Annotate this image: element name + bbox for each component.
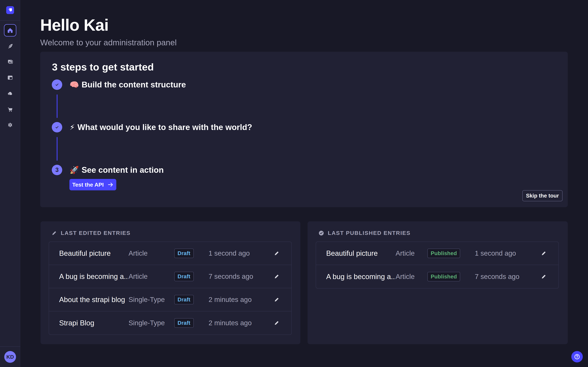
status-badge: Draft	[174, 272, 194, 281]
entry-type: Single-Type	[129, 296, 174, 304]
guided-tour-title: 3 steps to get started	[52, 61, 154, 73]
entry-title: Beautiful picture	[326, 249, 396, 257]
main-content: Hello Kai Welcome to your administration…	[20, 0, 588, 367]
entry-title: A bug is becoming a...	[59, 272, 129, 281]
step-2-label[interactable]: ⚡ What would you like to share with the …	[69, 122, 252, 133]
entry-time: 2 minutes ago	[208, 296, 272, 304]
entry-title: Strapi Blog	[59, 319, 129, 327]
step-connector	[57, 94, 58, 118]
entry-type: Article	[129, 273, 174, 280]
entry-type: Single-Type	[129, 319, 174, 327]
pencil-icon	[274, 250, 280, 256]
edit-entry-button[interactable]	[539, 272, 548, 281]
last-published-entries-widget: LAST PUBLISHED ENTRIES Beautiful picture…	[308, 221, 568, 344]
entry-type: Article	[396, 249, 427, 257]
entry-time: 7 seconds ago	[475, 273, 539, 281]
status-badge: Published	[427, 272, 460, 281]
widget-header: LAST PUBLISHED ENTRIES	[318, 230, 410, 236]
check-circle-icon	[318, 230, 324, 236]
home-icon	[7, 27, 13, 33]
pencil-icon	[274, 297, 280, 303]
widget-title: LAST PUBLISHED ENTRIES	[328, 230, 410, 236]
rocket-emoji: 🚀	[69, 166, 79, 174]
table-row: Beautiful picture Article Draft 1 second…	[49, 242, 291, 265]
pencil-icon	[541, 274, 547, 280]
shopping-cart-icon	[7, 107, 13, 112]
sidebar: KD	[0, 0, 20, 367]
entry-type: Article	[129, 249, 174, 257]
entry-title: A bug is becoming a...	[326, 273, 396, 281]
pencil-icon	[51, 230, 57, 236]
pencil-icon	[274, 320, 280, 326]
entry-time: 7 seconds ago	[208, 273, 272, 280]
lightning-emoji: ⚡	[69, 123, 75, 132]
entry-time: 1 second ago	[475, 249, 539, 257]
layout-icon	[7, 75, 13, 81]
last-edited-table: Beautiful picture Article Draft 1 second…	[49, 242, 292, 335]
step-1-check-circle	[52, 79, 62, 90]
edit-entry-button[interactable]	[272, 295, 281, 304]
step-3-number-circle: 3	[52, 165, 62, 175]
sidebar-item-settings[interactable]	[7, 122, 13, 128]
table-row: Beautiful picture Article Published 1 se…	[316, 242, 558, 265]
help-button[interactable]	[571, 351, 583, 362]
sidebar-divider	[0, 20, 20, 21]
question-mark-icon	[574, 353, 580, 360]
avatar[interactable]: KD	[4, 351, 16, 363]
step-number: 3	[55, 167, 59, 173]
last-edited-entries-widget: LAST EDITED ENTRIES Beautiful picture Ar…	[41, 221, 300, 344]
sidebar-item-media-library[interactable]	[7, 59, 13, 65]
sidebar-divider	[0, 346, 20, 347]
edit-entry-button[interactable]	[272, 272, 281, 281]
entry-time: 2 minutes ago	[208, 319, 272, 327]
feather-icon	[7, 43, 13, 49]
status-badge: Published	[427, 249, 460, 258]
sidebar-item-home[interactable]	[4, 24, 16, 37]
edit-entry-button[interactable]	[272, 249, 281, 258]
status-badge: Draft	[174, 318, 194, 328]
entry-time: 1 second ago	[208, 249, 272, 257]
gear-icon	[7, 122, 13, 128]
table-row: About the strapi blog Single-Type Draft …	[49, 288, 291, 311]
strapi-logo[interactable]	[6, 6, 14, 14]
step-1-label[interactable]: 🧠 Build the content structure	[69, 79, 186, 90]
skip-the-tour-button[interactable]: Skip the tour	[522, 190, 562, 201]
strapi-logo-icon	[6, 6, 14, 14]
sidebar-item-layouts[interactable]	[7, 75, 13, 81]
check-icon	[54, 125, 60, 130]
page-subtitle: Welcome to your administration panel	[40, 38, 177, 47]
pencil-icon	[541, 250, 547, 256]
status-badge: Draft	[174, 295, 194, 304]
widget-header: LAST EDITED ENTRIES	[51, 230, 130, 236]
images-icon	[7, 59, 13, 65]
test-the-api-button[interactable]: Test the API	[69, 179, 116, 190]
edit-entry-button[interactable]	[272, 318, 281, 327]
pencil-icon	[274, 274, 280, 279]
entry-type: Article	[396, 273, 427, 281]
widget-title: LAST EDITED ENTRIES	[61, 230, 130, 236]
arrow-right-icon	[107, 182, 113, 188]
guided-tour-card: 3 steps to get started 🧠 Build the conte…	[40, 52, 568, 207]
sidebar-item-content-type-builder[interactable]	[7, 43, 13, 49]
sidebar-item-cloud[interactable]	[7, 90, 13, 96]
status-badge: Draft	[174, 249, 194, 258]
brain-emoji: 🧠	[69, 80, 79, 89]
sidebar-item-marketplace[interactable]	[7, 107, 13, 112]
cloud-icon	[7, 90, 13, 96]
last-published-table: Beautiful picture Article Published 1 se…	[316, 242, 559, 289]
step-3-label[interactable]: 🚀 See content in action	[69, 165, 164, 175]
step-connector	[57, 137, 58, 161]
step-2-check-circle	[52, 122, 62, 133]
table-row: A bug is becoming a... Article Draft 7 s…	[49, 265, 291, 288]
avatar-initials: KD	[6, 354, 14, 360]
entry-title: Beautiful picture	[59, 249, 129, 257]
entry-title: About the strapi blog	[59, 296, 129, 304]
edit-entry-button[interactable]	[539, 249, 548, 258]
table-row: A bug is becoming a... Article Published…	[316, 265, 558, 288]
table-row: Strapi Blog Single-Type Draft 2 minutes …	[49, 311, 291, 334]
check-icon	[54, 82, 60, 87]
page-title: Hello Kai	[40, 16, 109, 34]
